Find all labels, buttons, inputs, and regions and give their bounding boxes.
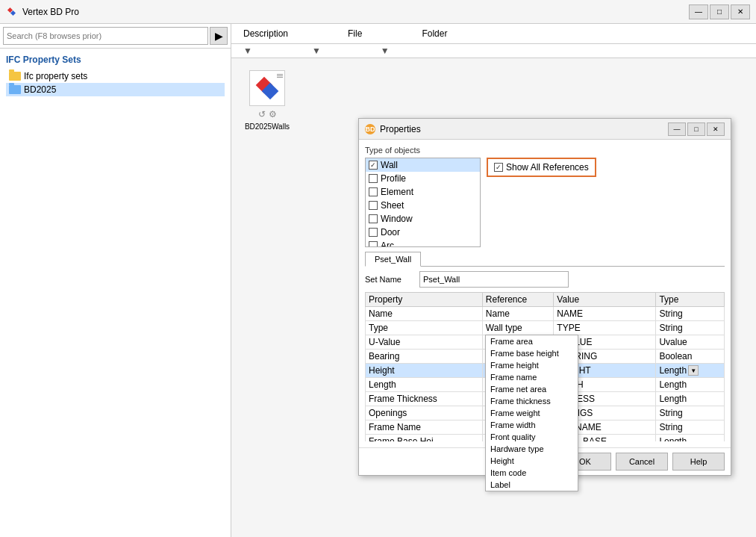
dialog-maximize[interactable]: □ [687, 122, 705, 136]
file-lines [277, 74, 283, 78]
dropdown-item[interactable]: Frame weight [486, 407, 578, 419]
wall-label: Wall [381, 160, 398, 170]
show-all-label: Show All References [506, 162, 589, 173]
dropdown-item[interactable]: Frame height [486, 359, 578, 371]
cell-reference[interactable]: Name [482, 307, 554, 321]
close-button[interactable]: ✕ [731, 4, 750, 19]
file-col-description: Description [243, 28, 288, 39]
arc-checkbox[interactable] [369, 241, 378, 247]
door-label: Door [381, 227, 400, 238]
element-label: Element [381, 187, 413, 197]
tree-item-bd2025[interactable]: BD2025 [6, 83, 225, 96]
show-all-references[interactable]: ✓ Show All References [487, 158, 596, 177]
dropdown-item[interactable]: Frame area [486, 335, 578, 347]
file-item-bd2025walls[interactable]: ↺ ⚙ BD2025Walls [237, 64, 297, 137]
dropdown-item[interactable]: Label [486, 479, 578, 491]
element-checkbox[interactable] [369, 187, 378, 196]
filter-description[interactable]: ▼ [243, 46, 252, 56]
tree-item-ifc[interactable]: Ifc property sets [6, 69, 225, 83]
cell-property: Openings [366, 406, 483, 420]
table-row[interactable]: NameNameNAMEString [366, 307, 725, 321]
cell-property: Frame Base Hei... [366, 435, 483, 442]
sheet-checkbox[interactable] [369, 201, 378, 210]
tab-pset-wall[interactable]: Pset_Wall [365, 252, 421, 267]
search-input[interactable] [3, 27, 208, 45]
dialog-title: Properties [380, 124, 421, 134]
folder-icon-yellow [9, 72, 21, 81]
arc-label: Arc... [381, 240, 402, 247]
type-profile[interactable]: Profile [366, 172, 480, 185]
dropdown-item[interactable]: Height [486, 455, 578, 467]
cell-type: String [656, 307, 725, 321]
dialog-close[interactable]: ✕ [707, 122, 725, 136]
minimize-button[interactable]: — [689, 4, 708, 19]
type-window[interactable]: Window [366, 212, 480, 226]
file-area: ↺ ⚙ BD2025Walls BD Properties — □ [231, 58, 756, 537]
dropdown-item[interactable]: Frame name [486, 371, 578, 383]
reference-dropdown-popup[interactable]: Frame areaFrame base heightFrame heightF… [485, 335, 578, 491]
dropdown-item[interactable]: Frame width [486, 419, 578, 431]
dialog-tabs: Pset_Wall [365, 252, 725, 267]
cancel-button[interactable]: Cancel [616, 453, 668, 471]
help-button[interactable]: Help [672, 453, 725, 471]
dropdown-item[interactable]: Front quality [486, 431, 578, 443]
cell-property: Name [366, 307, 483, 321]
cell-value: TYPE [554, 321, 656, 335]
folder-icon-blue [9, 85, 21, 94]
cell-property: Type [366, 321, 483, 335]
wall-checkbox[interactable]: ✓ [369, 161, 378, 170]
type-list[interactable]: ✓ Wall Profile Element [365, 158, 481, 247]
diamond-icon [257, 78, 278, 99]
door-checkbox[interactable] [369, 228, 378, 237]
show-all-checkbox[interactable]: ✓ [494, 163, 503, 172]
tree-label-ifc: Ifc property sets [24, 71, 87, 81]
type-element[interactable]: Element [366, 185, 480, 199]
dropdown-item[interactable]: Frame base height [486, 347, 578, 359]
filter-row: ▼ ▼ ▼ [231, 44, 756, 58]
dialog-minimize[interactable]: — [668, 122, 686, 136]
window-label: Window [381, 214, 413, 224]
search-button[interactable]: ▶ [210, 27, 228, 45]
cell-type: String [656, 321, 725, 335]
left-panel: ▶ IFC Property Sets Ifc property sets BD… [0, 24, 231, 537]
col-property: Property [366, 293, 483, 307]
cell-type: String [656, 420, 725, 435]
filter-file[interactable]: ▼ [312, 46, 321, 56]
dropdown-item[interactable]: Item code [486, 467, 578, 479]
set-name-row: Set Name [365, 267, 725, 292]
filter-folder[interactable]: ▼ [381, 46, 390, 56]
dropdown-item[interactable]: Frame net area [486, 383, 578, 395]
dropdown-item[interactable]: Hardware type [486, 443, 578, 455]
cell-reference[interactable]: Wall type [482, 321, 554, 335]
dialog-title-bar: BD Properties — □ ✕ [359, 119, 731, 140]
type-door[interactable]: Door [366, 226, 480, 239]
type-dropdown-button[interactable]: ▼ [688, 365, 699, 376]
cell-property: Height [366, 364, 483, 378]
dropdown-item[interactable]: Frame thickness [486, 395, 578, 407]
dialog-icon: BD [365, 124, 375, 134]
window-checkbox[interactable] [369, 214, 378, 223]
cell-type: Length [656, 392, 725, 406]
profile-checkbox[interactable] [369, 174, 378, 183]
cell-type: String [656, 406, 725, 420]
search-bar: ▶ [0, 24, 231, 49]
maximize-button[interactable]: □ [710, 4, 729, 19]
tree-header: IFC Property Sets [6, 55, 225, 65]
col-reference: Reference [482, 293, 554, 307]
file-icon-wrapper [249, 70, 285, 106]
profile-label: Profile [381, 173, 406, 184]
type-arc[interactable]: Arc... [366, 239, 480, 247]
type-wall[interactable]: ✓ Wall [366, 158, 480, 172]
set-name-input[interactable] [419, 271, 569, 288]
file-cog-area: ↺ ⚙ [258, 109, 277, 119]
title-bar: Vertex BD Pro — □ ✕ [0, 0, 756, 24]
app-icon [6, 6, 18, 18]
cell-property: Length [366, 378, 483, 392]
col-value: Value [554, 293, 656, 307]
cell-property: Bearing [366, 350, 483, 364]
type-sheet[interactable]: Sheet [366, 199, 480, 212]
cell-property: U-Value [366, 335, 483, 350]
app-title: Vertex BD Pro [22, 7, 79, 17]
file-name: BD2025Walls [245, 122, 290, 131]
table-row[interactable]: TypeWall typeTYPEString [366, 321, 725, 335]
